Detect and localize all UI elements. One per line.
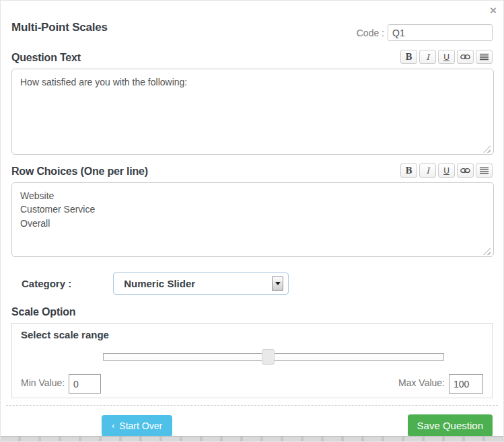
- min-value-label: Min Value:: [21, 377, 65, 388]
- start-over-button[interactable]: ‹ Start Over: [102, 415, 172, 437]
- row-choices-heading: Row Choices (One per line): [11, 165, 148, 178]
- category-label: Category :: [22, 278, 71, 289]
- justify-icon: [480, 167, 489, 174]
- close-icon[interactable]: ×: [490, 5, 497, 16]
- code-input[interactable]: [388, 24, 493, 41]
- link-icon: [460, 168, 470, 174]
- bold-button[interactable]: B: [400, 163, 417, 178]
- underline-button[interactable]: U: [438, 163, 455, 178]
- start-over-label: Start Over: [119, 420, 162, 431]
- row-choices-header: Row Choices (One per line) B I U: [11, 163, 493, 178]
- slider-handle[interactable]: [262, 349, 275, 365]
- link-icon[interactable]: [457, 163, 474, 178]
- min-max-row: Min Value: Max Value:: [21, 374, 483, 394]
- select-scale-range-heading: Select scale range: [21, 329, 483, 340]
- divider: [6, 405, 498, 406]
- question-text-input[interactable]: How satisfied are you with the following…: [11, 69, 494, 155]
- page-title: Multi-Point Scales: [11, 21, 108, 34]
- code-group: Code :: [357, 24, 493, 41]
- category-select[interactable]: Numeric Slider: [113, 272, 289, 295]
- chevron-down-icon[interactable]: [272, 277, 283, 291]
- multi-point-scales-dialog: × Multi-Point Scales Code : Question Tex…: [0, 0, 504, 442]
- row-choices-input[interactable]: Website Customer Service Overall: [11, 182, 494, 257]
- max-value-group: Max Value:: [398, 374, 483, 394]
- scale-option-heading: Scale Option: [11, 306, 493, 318]
- chevron-left-icon: ‹: [112, 421, 114, 430]
- justify-icon: [480, 53, 489, 61]
- page-background-strip: [1, 436, 503, 441]
- bold-button[interactable]: B: [400, 50, 417, 64]
- justify-icon[interactable]: [476, 163, 493, 178]
- category-row: Category : Numeric Slider: [11, 272, 493, 295]
- dialog-header: Multi-Point Scales Code :: [11, 19, 493, 41]
- row-choices-toolbar: B I U: [400, 163, 493, 178]
- italic-button[interactable]: I: [419, 50, 436, 64]
- scale-range-slider: [103, 349, 444, 365]
- min-value-group: Min Value:: [21, 374, 101, 394]
- question-text-header: Question Text B I U: [11, 50, 493, 64]
- max-value-label: Max Value:: [398, 377, 445, 388]
- code-label: Code :: [357, 28, 384, 38]
- save-question-button[interactable]: Save Question: [408, 414, 493, 437]
- footer: ‹ Start Over Save Question: [11, 414, 493, 437]
- max-value-input[interactable]: [449, 374, 483, 394]
- link-icon: [460, 54, 470, 60]
- underline-button[interactable]: U: [438, 50, 455, 64]
- italic-button[interactable]: I: [419, 163, 436, 178]
- justify-icon[interactable]: [476, 50, 493, 64]
- question-text-heading: Question Text: [11, 52, 81, 64]
- question-text-toolbar: B I U: [400, 50, 493, 64]
- scale-option-panel: Select scale range Min Value: Max Value:: [11, 323, 493, 398]
- link-icon[interactable]: [457, 50, 474, 64]
- min-value-input[interactable]: [69, 374, 101, 394]
- category-selected-value: Numeric Slider: [124, 278, 195, 289]
